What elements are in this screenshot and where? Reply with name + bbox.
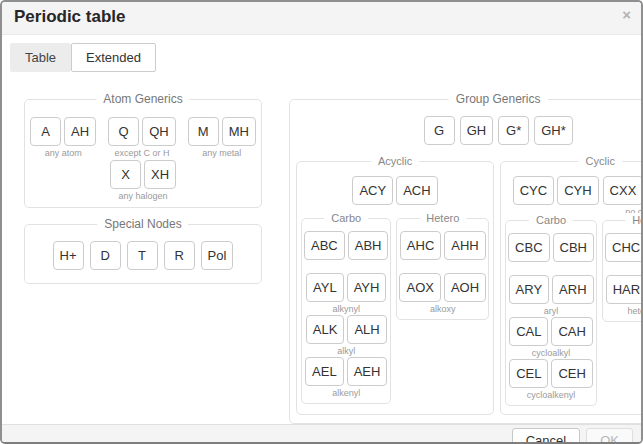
pair-caption: cycloalkenyl bbox=[508, 390, 594, 400]
chip-row: ACYACH bbox=[352, 176, 437, 205]
element-button-ael[interactable]: AEL bbox=[305, 357, 344, 386]
element-button-aeh[interactable]: AEH bbox=[347, 357, 388, 386]
element-button-ayh[interactable]: AYH bbox=[347, 273, 387, 302]
acyclic-inner-row: Carbo ABCABH AYLAYH alkynyl bbox=[301, 218, 489, 404]
tab-extended[interactable]: Extended bbox=[71, 43, 156, 72]
periodic-table-dialog: Periodic table × Table Extended Atom Gen… bbox=[0, 0, 643, 444]
element-button-arh[interactable]: ARH bbox=[552, 275, 593, 304]
element-button-cyc[interactable]: CYC bbox=[513, 176, 554, 205]
acyclic-top-row: ACYACH bbox=[301, 176, 489, 205]
cancel-button[interactable]: Cancel bbox=[512, 428, 580, 444]
element-button-ceh[interactable]: CEH bbox=[551, 359, 592, 388]
element-button-xh[interactable]: XH bbox=[144, 160, 176, 189]
element-button-cal[interactable]: CAL bbox=[509, 317, 548, 346]
tab-bar: Table Extended bbox=[2, 35, 641, 72]
element-button-a[interactable]: A bbox=[30, 117, 61, 146]
element-button-q[interactable]: Q bbox=[108, 117, 139, 146]
chip-row: CBCCBH bbox=[508, 233, 594, 262]
element-button-cbh[interactable]: CBH bbox=[553, 233, 594, 262]
cyclic-top-row: CYCCYH CXXCXH no carbon bbox=[505, 176, 643, 217]
chip-row: CELCEH bbox=[508, 359, 594, 388]
pair-caption: alkoxy bbox=[399, 304, 486, 314]
element-button-gh[interactable]: GH bbox=[460, 116, 494, 145]
pair-caption: any metal bbox=[188, 148, 256, 158]
carbo-legend: Carbo bbox=[529, 213, 573, 227]
pair-acy-ach: ACYACH bbox=[352, 176, 437, 205]
chip-row: GGHG*GH* bbox=[424, 116, 573, 145]
element-button-abh[interactable]: ABH bbox=[348, 231, 389, 260]
hetero-legend: Hetero bbox=[419, 211, 466, 225]
pair-caption bbox=[399, 262, 486, 272]
hetero-legend: Hetero bbox=[625, 213, 643, 227]
acyclic-legend: Acyclic bbox=[371, 154, 419, 168]
pair-cycloalkenyl: CELCEH cycloalkenyl bbox=[508, 359, 594, 400]
element-button-acy[interactable]: ACY bbox=[352, 176, 393, 205]
element-button-abc[interactable]: ABC bbox=[304, 231, 345, 260]
element-button-qh[interactable]: QH bbox=[142, 117, 176, 146]
chip-row: AELAEH bbox=[304, 357, 388, 386]
pair-cycloalkyl: CALCAH cycloalkyl bbox=[508, 317, 594, 358]
pair-abc-abh: ABCABH bbox=[304, 231, 388, 272]
element-button-ah[interactable]: AH bbox=[64, 117, 96, 146]
acyclic-carbo-panel: Carbo ABCABH AYLAYH alkynyl bbox=[301, 218, 391, 404]
chip-row: H+DTRPol bbox=[33, 241, 253, 270]
tab-table[interactable]: Table bbox=[10, 43, 71, 72]
chip-row: QQH bbox=[108, 117, 176, 146]
atom-generics-row-1: AAH any atom QQH except C or H MMH any m… bbox=[33, 117, 253, 158]
ok-button[interactable]: OK bbox=[586, 428, 633, 444]
element-button-alk[interactable]: ALK bbox=[306, 315, 345, 344]
element-button-gh[interactable]: GH* bbox=[534, 116, 573, 145]
chip-row: CHCCHH bbox=[605, 233, 643, 262]
element-button-aox[interactable]: AOX bbox=[399, 273, 440, 302]
element-button-aoh[interactable]: AOH bbox=[444, 273, 486, 302]
dialog-title: Periodic table bbox=[14, 7, 125, 26]
element-button-cel[interactable]: CEL bbox=[509, 359, 548, 388]
element-button-mh[interactable]: MH bbox=[222, 117, 256, 146]
chip-row: HARHAH bbox=[605, 275, 643, 304]
cyclic-legend: Cyclic bbox=[579, 154, 622, 168]
element-button-cxx[interactable]: CXX bbox=[603, 176, 643, 205]
pair-caption bbox=[508, 264, 594, 274]
special-nodes-panel: Special Nodes H+DTRPol bbox=[24, 224, 262, 284]
element-button-x[interactable]: X bbox=[110, 160, 141, 189]
pair-caption: aryl bbox=[508, 306, 594, 316]
hetero-pairs: AHCAHH AOXAOH alkoxy bbox=[399, 231, 486, 315]
element-button-g[interactable]: G* bbox=[498, 116, 529, 145]
element-button-ach[interactable]: ACH bbox=[396, 176, 437, 205]
element-button-pol[interactable]: Pol bbox=[201, 241, 234, 270]
element-button-r[interactable]: R bbox=[164, 241, 195, 270]
element-button-har[interactable]: HAR bbox=[606, 275, 643, 304]
chip-row: AOXAOH bbox=[399, 273, 486, 302]
element-button-ahc[interactable]: AHC bbox=[400, 231, 441, 260]
cyclic-panel: Cyclic CYCCYH CXXCXH no carbon bbox=[500, 161, 643, 415]
close-icon[interactable]: × bbox=[622, 7, 631, 22]
element-button-cah[interactable]: CAH bbox=[551, 317, 592, 346]
element-button-ary[interactable]: ARY bbox=[509, 275, 550, 304]
chip-row: CXXCXH bbox=[603, 176, 643, 205]
cyclic-carbo-panel: Carbo CBCCBH ARYARH aryl bbox=[505, 220, 597, 406]
group-generics-panel: Group Generics GGHG*GH* Acyclic ACYACH bbox=[289, 99, 643, 424]
pair-any-metal: MMH any metal bbox=[188, 117, 256, 158]
element-button-ayl[interactable]: AYL bbox=[306, 273, 344, 302]
chip-row: ABCABH bbox=[304, 231, 388, 260]
element-button-cbc[interactable]: CBC bbox=[508, 233, 549, 262]
carbo-legend: Carbo bbox=[324, 211, 368, 225]
element-button-ahh[interactable]: AHH bbox=[444, 231, 485, 260]
pair-alkoxy: AOXAOH alkoxy bbox=[399, 273, 486, 314]
element-button-alh[interactable]: ALH bbox=[347, 315, 386, 344]
element-button-d[interactable]: D bbox=[90, 241, 121, 270]
element-button-g[interactable]: G bbox=[424, 116, 455, 145]
pair-hetero-aryl: HARHAH hetero aryl bbox=[605, 275, 643, 316]
pair-ahc-ahh: AHCAHH bbox=[399, 231, 486, 272]
pair-any-atom: AAH any atom bbox=[30, 117, 96, 158]
carbo-pairs: ABCABH AYLAYH alkynyl ALKALH bbox=[304, 231, 388, 399]
element-button-cyh[interactable]: CYH bbox=[557, 176, 598, 205]
element-button-h[interactable]: H+ bbox=[53, 241, 84, 270]
chip-row: MMH bbox=[188, 117, 256, 146]
element-button-m[interactable]: M bbox=[188, 117, 219, 146]
element-button-t[interactable]: T bbox=[127, 241, 158, 270]
hetero-pairs: CHCCHH HARHAH hetero aryl bbox=[605, 233, 643, 317]
atom-generics-row-2: XXH any halogen bbox=[33, 160, 253, 201]
element-button-chc[interactable]: CHC bbox=[605, 233, 643, 262]
pair-alkyl: ALKALH alkyl bbox=[304, 315, 388, 356]
